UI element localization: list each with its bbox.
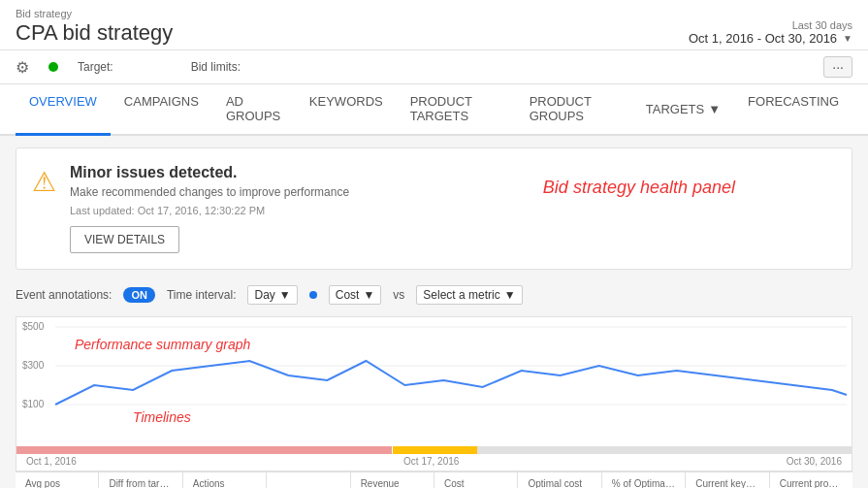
- scorecard-cell-diff: Diff from target pos (kw) 0.0 Adv: 3.0 (…: [99, 472, 182, 488]
- date-range-section: Last 30 days Oct 1, 2016 - Oct 30, 2016 …: [689, 19, 852, 46]
- bid-strategy-label: Bid strategy: [16, 8, 852, 19]
- tab-keywords[interactable]: KEYWORDS: [296, 84, 397, 136]
- sc-keywords-label: Current keywords: [695, 478, 758, 488]
- scorecard-cell-avgpos: Avg pos 2.9 Adv: 3.0 (96.4%): [16, 472, 99, 488]
- health-panel-annotation: Bid strategy health panel: [543, 178, 735, 198]
- chart-controls: Event annotations: ON Time interval: Day…: [16, 281, 852, 309]
- date-range-label: Last 30 days: [792, 19, 852, 31]
- scorecard-cell-keywords: Current keywords 13,534: [686, 472, 769, 488]
- targets-dropdown-icon: ▼: [708, 102, 721, 116]
- x-label-start: Oct 1, 2016: [26, 456, 77, 467]
- y-label-300: $300: [22, 360, 44, 371]
- sc-cost-label: Cost: [444, 478, 507, 488]
- health-panel-updated: Last updated: Oct 17, 2016, 12:30:22 PM: [70, 205, 349, 216]
- x-label-mid: Oct 17, 2016: [403, 456, 459, 467]
- cost-dot-icon: [309, 291, 317, 299]
- metric1-dropdown[interactable]: Cost ▼: [329, 285, 382, 305]
- scorecard-cell-revenue: Revenue $0.0: [351, 472, 434, 488]
- gear-icon[interactable]: ⚙: [16, 58, 29, 77]
- date-range-dropdown-icon: ▼: [843, 33, 852, 44]
- scorecard-cell-actions: Actions 2543 Adv: 78,906 (3.53%): [183, 472, 267, 488]
- sc-avgpos-label: Avg pos: [25, 478, 88, 488]
- timelines-annotation: Timelines: [133, 409, 191, 425]
- interval-label: Time interval:: [167, 288, 237, 302]
- nav-tabs: OVERVIEW CAMPAIGNS AD GROUPS KEYWORDS PR…: [0, 84, 868, 136]
- sc-pct-optimal-label: % of Optimal cost: [612, 478, 675, 488]
- scorecard-cell-cost: Cost • $5,171.06 Adv: $32,573.06 (16.7%): [434, 472, 518, 488]
- health-text: Minor issues detected. Make recommended …: [70, 164, 349, 253]
- timeline-segment-red: [16, 446, 392, 454]
- sc-optimal-label: Optimal cost: [528, 478, 591, 488]
- y-label-100: $100: [22, 399, 44, 409]
- sc-revenue-label: Revenue: [361, 478, 424, 488]
- bid-limits-label: Bid limits:: [191, 60, 241, 74]
- content-area: ⚠ Minor issues detected. Make recommende…: [0, 136, 868, 488]
- date-range-value[interactable]: Oct 1, 2016 - Oct 30, 2016 ▼: [689, 31, 852, 46]
- scorecard-cell-pct-optimal: % of Optimal cost 176%: [602, 472, 686, 488]
- annotations-toggle[interactable]: ON: [123, 287, 155, 303]
- tab-campaigns[interactable]: CAMPAIGNS: [111, 84, 212, 136]
- warning-icon: ⚠: [32, 166, 56, 198]
- sc-actions-label: Actions: [193, 478, 256, 488]
- bid-limits-field: Bid limits:: [191, 60, 241, 74]
- scorecard: Avg pos 2.9 Adv: 3.0 (96.4%) Diff from t…: [16, 472, 852, 488]
- timeline-bar: [16, 446, 852, 454]
- tab-targets[interactable]: TARGETS ▼: [632, 84, 734, 136]
- timeline-segment-yellow: [393, 446, 476, 454]
- performance-annotation: Performance summary graph: [75, 337, 250, 352]
- tab-product-groups[interactable]: PRODUCT GROUPS: [516, 84, 632, 136]
- tab-forecasting[interactable]: FORECASTING: [734, 84, 852, 136]
- scorecard-cell-scorecard-label: Scorecard: [267, 472, 350, 488]
- more-button[interactable]: ···: [823, 56, 852, 78]
- view-details-button[interactable]: VIEW DETAILS: [70, 226, 179, 253]
- metric2-dropdown[interactable]: Select a metric ▼: [416, 285, 522, 305]
- health-panel-desc: Make recommended changes to improve perf…: [70, 185, 349, 199]
- y-label-500: $500: [22, 321, 44, 332]
- health-panel-title: Minor issues detected.: [70, 164, 349, 181]
- page-title: CPA bid strategy: [16, 20, 173, 46]
- chart-area: Performance summary graph Timelines $500…: [16, 316, 852, 472]
- x-label-end: Oct 30, 2016: [787, 456, 842, 467]
- toolbar: ⚙ Target: Bid limits: ···: [0, 50, 868, 84]
- tab-overview[interactable]: OVERVIEW: [16, 84, 111, 136]
- sc-diff-label: Diff from target pos (kw): [109, 478, 172, 488]
- interval-arrow-icon: ▼: [279, 288, 291, 302]
- target-label: Target:: [78, 60, 113, 74]
- vs-label: vs: [393, 288, 404, 302]
- x-axis: Oct 1, 2016 Oct 17, 2016 Oct 30, 2016: [16, 454, 852, 469]
- annotations-label: Event annotations:: [16, 288, 112, 302]
- target-field: Target:: [78, 60, 113, 74]
- scorecard-cell-product-targets: Current product targets 0: [770, 472, 852, 488]
- health-panel: ⚠ Minor issues detected. Make recommende…: [16, 147, 852, 270]
- scorecard-cell-optimal: Optimal cost $3,100.00: [518, 472, 601, 488]
- scorecard-annotation: Scorecard: [276, 478, 339, 488]
- metric2-arrow-icon: ▼: [504, 288, 516, 302]
- interval-dropdown[interactable]: Day ▼: [247, 285, 297, 305]
- tab-product-targets[interactable]: PRODUCT TARGETS: [397, 84, 516, 136]
- tab-ad-groups[interactable]: AD GROUPS: [212, 84, 296, 136]
- metric1-arrow-icon: ▼: [363, 288, 374, 302]
- sc-product-targets-label: Current product targets: [780, 478, 843, 488]
- timeline-segment-empty: [477, 446, 852, 454]
- status-dot: [48, 62, 58, 72]
